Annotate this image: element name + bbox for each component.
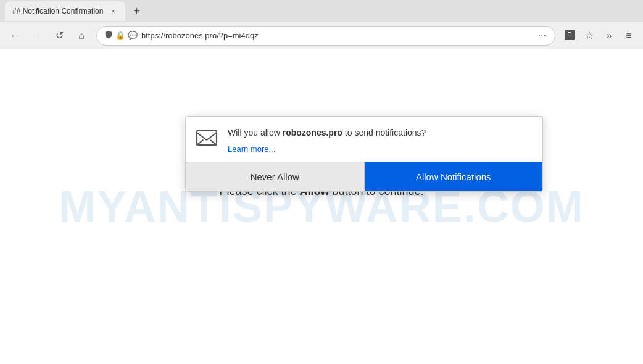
popup-buttons: Never Allow Allow Notifications: [186, 162, 542, 191]
address-bar[interactable]: 🔒 💬 https://robozones.pro/?p=mi4dqz ···: [96, 26, 555, 46]
popup-learn-more-link[interactable]: Learn more...: [228, 144, 275, 154]
tab-close-button[interactable]: ×: [108, 6, 118, 16]
bookmark-button[interactable]: ☆: [580, 27, 599, 45]
menu-button[interactable]: ≡: [620, 27, 638, 45]
tab-title: ## Notification Confirmation: [12, 7, 103, 15]
pocket-button[interactable]: 🅿: [560, 27, 579, 45]
active-tab[interactable]: ## Notification Confirmation ×: [5, 1, 125, 21]
popup-question-prefix: Will you allow: [228, 128, 283, 138]
address-bar-icons: 🔒 💬: [104, 30, 138, 41]
notification-popup: Will you allow robozones.pro to send not…: [185, 116, 543, 192]
forward-button[interactable]: →: [27, 26, 47, 46]
browser-frame: ## Notification Confirmation × + ← → ↺ ⌂…: [0, 0, 643, 364]
home-button[interactable]: ⌂: [72, 26, 91, 46]
nav-bar: ← → ↺ ⌂ 🔒 💬 https://robozones.pro/?p=mi4…: [0, 22, 643, 49]
never-allow-button[interactable]: Never Allow: [186, 162, 365, 191]
lock-icon: 🔒: [115, 31, 125, 40]
popup-question: Will you allow robozones.pro to send not…: [228, 126, 533, 139]
back-button[interactable]: ←: [5, 26, 25, 46]
popup-notification-icon: [196, 126, 220, 151]
popup-question-end: to send notifications?: [342, 128, 426, 138]
more-tools-button[interactable]: »: [600, 27, 618, 45]
notification-site-icon: 💬: [128, 31, 138, 40]
right-nav-icons: 🅿 ☆ » ≡: [560, 27, 638, 45]
address-more-button[interactable]: ···: [537, 30, 547, 41]
shield-icon: [104, 30, 113, 41]
popup-site: robozones.pro: [283, 128, 342, 138]
popup-body: Will you allow robozones.pro to send not…: [186, 117, 542, 162]
allow-notifications-button[interactable]: Allow Notifications: [365, 162, 543, 191]
tab-bar: ## Notification Confirmation × +: [0, 0, 643, 22]
popup-text-area: Will you allow robozones.pro to send not…: [228, 126, 533, 154]
reload-button[interactable]: ↺: [49, 26, 69, 46]
new-tab-button[interactable]: +: [128, 2, 145, 20]
address-text: https://robozones.pro/?p=mi4dqz: [141, 31, 533, 40]
page-content: MYANTISPYWARE.COM Please click the Allow…: [0, 49, 643, 364]
